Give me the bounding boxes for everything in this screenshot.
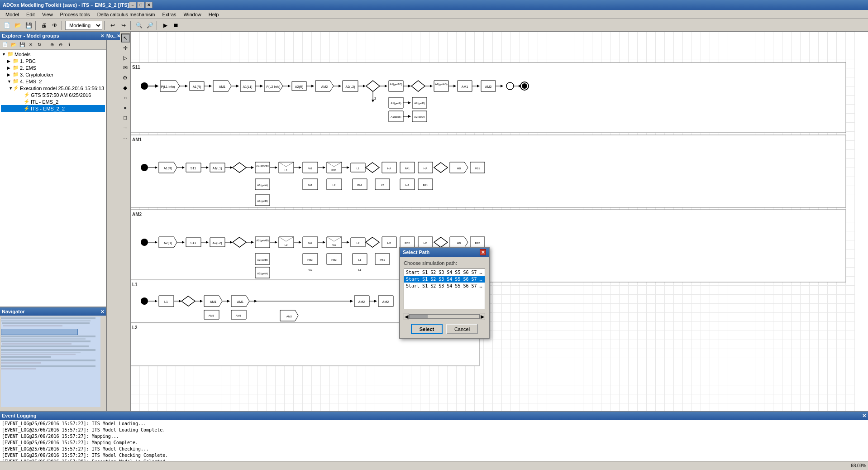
new-btn[interactable]: 📄: [2, 20, 12, 30]
mo-title: Mo...: [106, 34, 117, 38]
tree-item-pbc[interactable]: ▶ 📁 1. PBC: [1, 58, 105, 64]
scroll-right-btn[interactable]: ▶: [480, 313, 485, 320]
tool-diamond[interactable]: ◆: [121, 83, 130, 92]
select-button[interactable]: Select: [411, 324, 443, 334]
explorer-info-btn[interactable]: ℹ: [65, 41, 73, 49]
svg-text:A2(R): A2(R): [164, 241, 172, 245]
tool-select[interactable]: ↖: [121, 34, 130, 43]
itl-label: ITL - EMS_2: [31, 99, 58, 105]
nav-canvas[interactable]: [1, 317, 100, 407]
left-panel: Explorer - Model groups ✕ 📄 📂 💾 ✕ ↻ ⊕ ⊖ …: [0, 32, 106, 411]
svg-text:A1(getA): A1(getA): [391, 102, 401, 105]
stop-btn[interactable]: ⏹: [171, 20, 181, 30]
path-item-0[interactable]: Start S1 S2 S3 S4 S5 S6 S7 S8 S9 S10 S11…: [404, 269, 485, 276]
menu-model[interactable]: Model: [2, 11, 23, 18]
menu-delta-calculus[interactable]: Delta calculus mechanism: [94, 11, 159, 18]
explorer-delete-btn[interactable]: ✕: [27, 41, 35, 49]
tool-settings[interactable]: ⚙: [121, 73, 130, 82]
menu-edit[interactable]: Edit: [23, 11, 38, 18]
path-item-2[interactable]: Start S1 S2 S3 S4 S5 S6 S7 S8 S9 S10 S11…: [404, 283, 485, 289]
tool-rect[interactable]: □: [121, 113, 130, 122]
svg-text:AM2: AM2: [382, 300, 389, 303]
svg-text:P(L1 Info): P(L1 Info): [161, 85, 175, 89]
dialog-close-button[interactable]: ✕: [480, 249, 486, 255]
expand-pbc[interactable]: ▶: [7, 59, 13, 63]
menu-window[interactable]: Window: [180, 11, 205, 18]
tool-filled-circle[interactable]: ●: [121, 103, 130, 112]
scroll-left-btn[interactable]: ◀: [404, 313, 409, 320]
explorer-collapse-btn[interactable]: ⊖: [57, 41, 65, 49]
explorer-expand-btn[interactable]: ⊕: [48, 41, 56, 49]
gts-icon: ⚡: [24, 92, 30, 98]
tool-zoom[interactable]: ✛: [121, 43, 130, 53]
svg-text:A2(getAB): A2(getAB): [256, 239, 269, 242]
scroll-thumb[interactable]: [410, 315, 428, 318]
event-log-content[interactable]: [EVENT_LOG@25/06/2016 15:57:27]: ITS Mod…: [0, 420, 868, 461]
redo-btn[interactable]: ↪: [119, 20, 129, 30]
folder-pbc-icon: 📁: [13, 58, 19, 64]
tool-mail[interactable]: ✉: [121, 63, 130, 72]
tree-item-ems[interactable]: ▶ 📁 2. EMS: [1, 64, 105, 71]
menu-bar: Model Edit View Process tools Delta calc…: [0, 10, 868, 19]
path-listbox[interactable]: Start S1 S2 S3 S4 S5 S6 S7 S8 S9 S10 S11…: [404, 269, 485, 309]
preview-btn[interactable]: 👁: [50, 20, 60, 30]
maximize-button[interactable]: □: [137, 2, 144, 8]
dialog-scrollbar: ◀ ▶: [404, 313, 485, 320]
tool-arrow[interactable]: ▷: [121, 53, 130, 62]
menu-help[interactable]: Help: [205, 11, 223, 18]
run-btn[interactable]: ▶: [160, 20, 170, 30]
path-item-1[interactable]: Start S1 S2 S3 S4 S5 S6 S7 S8 S9 S10 S11…: [404, 276, 485, 283]
cancel-button[interactable]: Cancel: [446, 324, 478, 334]
expand-exec[interactable]: ▼: [9, 86, 13, 91]
svg-text:A1(getB): A1(getB): [391, 115, 401, 118]
tree-item-gts[interactable]: ⚡ GTS 5:57:50 AM 6/25/2016: [1, 91, 105, 98]
select-path-dialog[interactable]: Select Path ✕ Choose simulation path: St…: [399, 247, 490, 339]
menu-view[interactable]: View: [38, 11, 57, 18]
menu-extras[interactable]: Extras: [158, 11, 180, 18]
tree-item-models[interactable]: ▼ 📁 Models: [1, 51, 105, 58]
mode-dropdown[interactable]: Modelling Simulation: [65, 21, 102, 30]
svg-text:PB1: PB1: [380, 259, 385, 261]
folder-ems2-icon: 📁: [13, 78, 19, 84]
explorer-title: Explorer - Model groups: [2, 33, 59, 38]
explorer-close[interactable]: ✕: [100, 34, 104, 38]
title-bar: ADOxx Modelling Toolkit (save) - ITS – E…: [0, 0, 868, 10]
explorer-open-btn[interactable]: 📂: [10, 41, 18, 49]
open-btn[interactable]: 📂: [13, 20, 23, 30]
menu-process-tools[interactable]: Process tools: [57, 11, 94, 18]
expand-ems2[interactable]: ▼: [7, 79, 13, 84]
close-button[interactable]: ✕: [145, 2, 153, 8]
expand-ems[interactable]: ▶: [7, 66, 13, 70]
tree-item-exec[interactable]: ▼ ⚡ Execution model 25.06.2016-15:56:13: [1, 85, 105, 91]
save-btn[interactable]: 💾: [24, 20, 33, 30]
undo-btn[interactable]: ↩: [108, 20, 118, 30]
navigator-close[interactable]: ✕: [100, 309, 104, 314]
tool-circle[interactable]: ○: [121, 93, 130, 102]
explorer-new-btn[interactable]: 📄: [1, 41, 9, 49]
print-btn[interactable]: 🖨: [39, 20, 49, 30]
explorer-save-btn[interactable]: 💾: [18, 41, 26, 49]
svg-text:PA2: PA2: [308, 269, 313, 271]
diagram-canvas[interactable]: S11 AM1 AM2 L1 L2: [131, 32, 868, 411]
event-log-close[interactable]: ✕: [862, 413, 866, 419]
dialog-titlebar[interactable]: Select Path ✕: [400, 248, 489, 257]
svg-text:AM1: AM1: [219, 85, 226, 88]
event-log-label: Event Logging: [2, 413, 36, 418]
navigator-panel: Navigator ✕: [0, 307, 106, 411]
expand-models[interactable]: ▼: [2, 52, 7, 57]
minimize-button[interactable]: –: [129, 2, 136, 8]
zoom-in-btn[interactable]: 🔍: [134, 20, 144, 30]
tool-dashed[interactable]: - -: [121, 133, 130, 142]
expand-crypto[interactable]: ▶: [7, 72, 13, 77]
svg-text:L2: L2: [333, 184, 336, 187]
tree-container[interactable]: ▼ 📁 Models ▶ 📁 1. PBC ▶ 📁 2. EMS: [0, 50, 106, 307]
tree-item-its[interactable]: ⚡ ITS - EMS_2_2: [1, 105, 105, 112]
svg-text:L2: L2: [357, 242, 360, 245]
tree-item-itl[interactable]: ⚡ ITL - EMS_2: [1, 98, 105, 105]
tree-item-ems2[interactable]: ▼ 📁 4. EMS_2: [1, 78, 105, 85]
explorer-refresh-btn[interactable]: ↻: [35, 41, 43, 49]
tool-line[interactable]: →: [121, 123, 130, 132]
tree-item-crypto[interactable]: ▶ 📁 3. Cryptolocker: [1, 71, 105, 78]
zoom-out-btn[interactable]: 🔎: [145, 20, 155, 30]
svg-text:HA: HA: [387, 167, 391, 170]
